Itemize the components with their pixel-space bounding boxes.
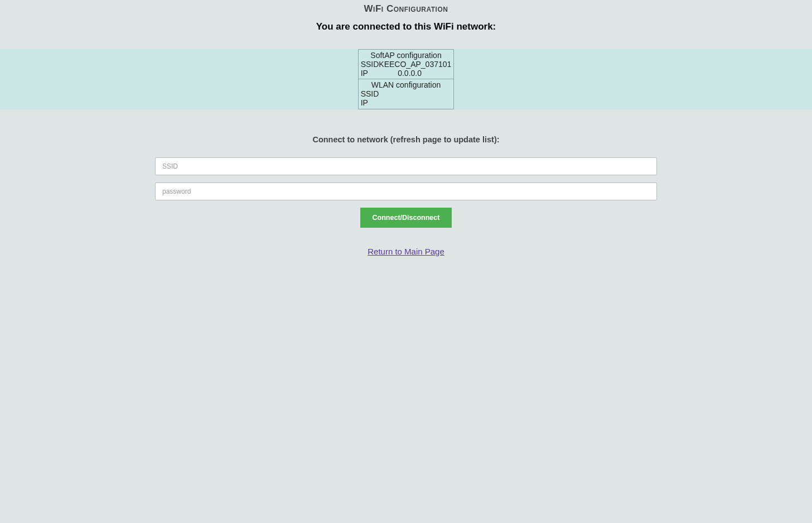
softap-ssid-label: SSID [361,60,379,69]
wlan-config-title: WLAN configuration [361,80,452,89]
wlan-ip-value [368,98,451,107]
softap-ip-label: IP [361,69,368,78]
ssid-input[interactable] [155,157,657,175]
softap-config-title: SoftAP configuration [361,51,452,60]
connect-form-heading: Connect to network (refresh page to upda… [0,135,812,144]
connect-disconnect-button[interactable]: Connect/Disconnect [360,208,452,228]
softap-ssid-value: KEECO_AP_037101 [379,60,451,69]
connected-network-label: You are connected to this WiFi network: [0,21,812,49]
connect-form-section: Connect to network (refresh page to upda… [0,135,812,228]
wlan-ssid-label: SSID [361,89,379,98]
softap-ip-value: 0.0.0.0 [368,69,451,78]
page-title: WiFi Configuration [0,0,812,21]
wlan-config-cell: WLAN configuration SSID IP [358,79,454,109]
network-info-table: SoftAP configuration SSID KEECO_AP_03710… [358,49,455,109]
connect-form: Connect/Disconnect [155,157,657,228]
password-input[interactable] [155,183,657,200]
softap-config-cell: SoftAP configuration SSID KEECO_AP_03710… [358,50,454,79]
return-to-main-link[interactable]: Return to Main Page [368,247,444,256]
wlan-ip-label: IP [361,98,368,107]
network-info-band: SoftAP configuration SSID KEECO_AP_03710… [0,49,812,109]
wlan-ssid-value [379,89,451,98]
footer: Return to Main Page [0,247,812,257]
